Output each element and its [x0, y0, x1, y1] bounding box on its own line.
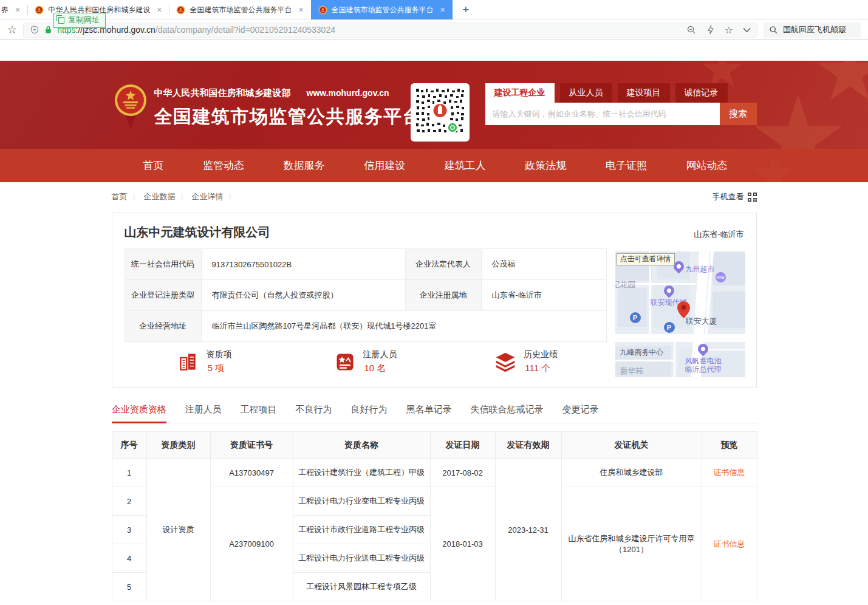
breadcrumb-company-data[interactable]: 企业数据 [144, 191, 176, 202]
nav-item-data-services[interactable]: 数据服务 [284, 159, 325, 173]
page-top-gap [0, 40, 868, 61]
address-label: 企业经营地址 [125, 311, 201, 342]
table-row: 企业经营地址 临沂市兰山区陶然路107号星河晶都（联安）现代城1号楼2201室 [125, 311, 606, 342]
address-bar-icons: ☆ [686, 24, 751, 36]
site-header: 中华人民共和国住房和城乡建设部 www.mohurd.gov.cn 全国建筑市场… [0, 61, 868, 149]
new-tab-button[interactable]: + [453, 0, 479, 19]
keyword-search-input[interactable] [485, 103, 720, 125]
tab-close-icon[interactable]: × [157, 5, 162, 14]
map-label-supermarket: 九州超市 [686, 264, 715, 275]
cert-preview-cell: 证书信息 [702, 459, 757, 487]
flag-star-decoration [753, 154, 795, 182]
copy-tooltip-text: 复制网址 [68, 15, 100, 26]
parking-marker-icon: P [664, 322, 675, 333]
tab-label: 全国建筑市场监管公共服务平台 [332, 5, 434, 15]
breadcrumb-home[interactable]: 首页 [112, 191, 128, 202]
authority-line-1: 山东省住房和城乡建设厅许可专用章 [566, 533, 698, 544]
copy-icon [58, 17, 64, 24]
search-tab-personnel[interactable]: 从业人员 [560, 83, 612, 103]
copy-url-tooltip: 复制网址 [53, 13, 106, 28]
stat-qualifications[interactable]: 资质项 5 项 [125, 349, 285, 374]
tab-label: 界 [1, 5, 9, 15]
cert-no: A237009100 [210, 487, 293, 601]
tab-close-icon[interactable]: × [15, 5, 20, 14]
location-map[interactable]: 点击可查看详情 九州超市 ATM 纪花园 联安现代城 联安大厦 P P 九峰商务… [615, 251, 745, 377]
search-icon [769, 26, 778, 35]
col-preview: 预览 [702, 432, 757, 459]
chevron-down-icon[interactable] [743, 27, 751, 33]
certificate-info-link[interactable]: 证书信息 [714, 468, 745, 477]
stat-historical-performance[interactable]: 历史业绩 111 个 [446, 349, 607, 374]
qualification-table: 序号 资质类别 资质证书号 资质名称 发证日期 发证有效期 发证机关 预览 1 … [112, 431, 757, 601]
stat-label: 注册人员 [363, 349, 397, 360]
reg-region-value: 山东省-临沂市 [481, 280, 606, 311]
map-label-battery-2: 临沂总代理 [685, 364, 722, 375]
license-book-icon [334, 351, 356, 373]
tab-good-behavior[interactable]: 良好行为 [351, 404, 388, 423]
breadcrumb-company-detail[interactable]: 企业详情 [192, 191, 224, 202]
address-bar[interactable]: https://jzsc.mohurd.gov.cn/data/company/… [23, 22, 757, 38]
tab-change-records[interactable]: 变更记录 [562, 404, 599, 423]
issue-date: 2018-01-03 [430, 487, 495, 601]
legal-rep-value: 公茂福 [481, 249, 606, 280]
tab-projects[interactable]: 工程项目 [241, 404, 277, 423]
stat-label: 历史业绩 [524, 349, 558, 360]
search-button[interactable]: 搜索 [720, 103, 757, 125]
col-validity: 发证有效期 [495, 432, 561, 459]
stat-value: 111 个 [524, 363, 558, 374]
issuing-authority: 山东省住房和城乡建设厅许可专用章 （1201） [561, 487, 702, 601]
tab-close-icon[interactable]: × [298, 5, 303, 14]
search-tab-credit[interactable]: 诚信记录 [675, 83, 728, 103]
validity-date: 2023-12-31 [495, 459, 561, 601]
stat-registered-personnel[interactable]: 注册人员 10 名 [285, 349, 446, 374]
atm-marker-icon: ATM [716, 272, 726, 282]
table-row: 1 设计资质 A137030497 工程设计建筑行业（建筑工程）甲级 2017-… [112, 459, 757, 487]
issuing-authority: 住房和城乡建设部 [561, 459, 702, 487]
browser-tab-jzsc-1[interactable]: 全国建筑市场监管公共服务平台 × [169, 0, 310, 19]
company-region: 山东省-临沂市 [694, 229, 743, 240]
secure-lock-icon[interactable] [44, 26, 52, 34]
credit-code-label: 统一社会信用代码 [125, 249, 201, 280]
certificate-info-link[interactable]: 证书信息 [714, 539, 745, 549]
quick-search-box[interactable]: 国航回应飞机颠簸 [764, 22, 861, 38]
qual-name: 工程设计市政行业道路工程专业丙级 [293, 516, 430, 544]
tab-blacklist[interactable]: 黑名单记录 [406, 404, 452, 423]
reg-type-label: 企业登记注册类型 [125, 280, 201, 311]
qual-category: 设计资质 [146, 459, 210, 601]
tab-registered-personnel[interactable]: 注册人员 [185, 404, 222, 423]
browser-tab-partial[interactable]: 界 × [0, 0, 27, 19]
col-issue-date: 发证日期 [430, 432, 495, 459]
nav-item-credit[interactable]: 信用建设 [364, 159, 405, 173]
breadcrumb-separator: 〉 [228, 193, 235, 202]
col-index: 序号 [112, 432, 146, 459]
map-label-business-center: 九峰商务中心 [620, 347, 664, 358]
tab-close-icon[interactable]: × [440, 5, 445, 14]
nav-item-home[interactable]: 首页 [143, 159, 164, 173]
tab-dishonesty-records[interactable]: 失信联合惩戒记录 [471, 404, 544, 423]
row-index: 4 [112, 544, 146, 573]
nav-item-policy[interactable]: 政策法规 [525, 159, 566, 173]
legal-rep-label: 企业法定代表人 [405, 249, 481, 280]
search-tab-project[interactable]: 建设项目 [618, 83, 670, 103]
flash-icon[interactable] [706, 25, 715, 35]
map-label-garden: 纪花园 [615, 279, 636, 290]
favorite-star-icon[interactable]: ☆ [725, 24, 733, 36]
nav-item-supervision[interactable]: 监管动态 [203, 159, 244, 173]
nav-item-workers[interactable]: 建筑工人 [445, 159, 486, 173]
table-header-row: 序号 资质类别 资质证书号 资质名称 发证日期 发证有效期 发证机关 预览 [112, 432, 757, 459]
browser-tab-jzsc-active[interactable]: 全国建筑市场监管公共服务平台 × [311, 0, 453, 19]
zoom-out-icon[interactable] [686, 25, 697, 35]
ministry-name: 中华人民共和国住房和城乡建设部 [154, 87, 291, 99]
shield-plus-icon[interactable] [30, 25, 39, 35]
mobile-view-link[interactable]: 手机查看 [713, 191, 757, 202]
tab-qualifications[interactable]: 企业资质资格 [112, 404, 166, 423]
mobile-view-label: 手机查看 [713, 191, 744, 202]
tab-bad-behavior[interactable]: 不良行为 [296, 404, 332, 423]
search-tab-enterprise[interactable]: 建设工程企业 [485, 83, 555, 103]
nav-item-e-license[interactable]: 电子证照 [606, 159, 647, 173]
company-name: 山东中元建筑设计有限公司 [125, 224, 745, 241]
buildings-icon [177, 351, 199, 373]
nav-item-site-news[interactable]: 网站动态 [686, 159, 727, 173]
bookmarks-star-icon[interactable]: ☆ [7, 24, 17, 35]
layers-icon [494, 351, 516, 373]
